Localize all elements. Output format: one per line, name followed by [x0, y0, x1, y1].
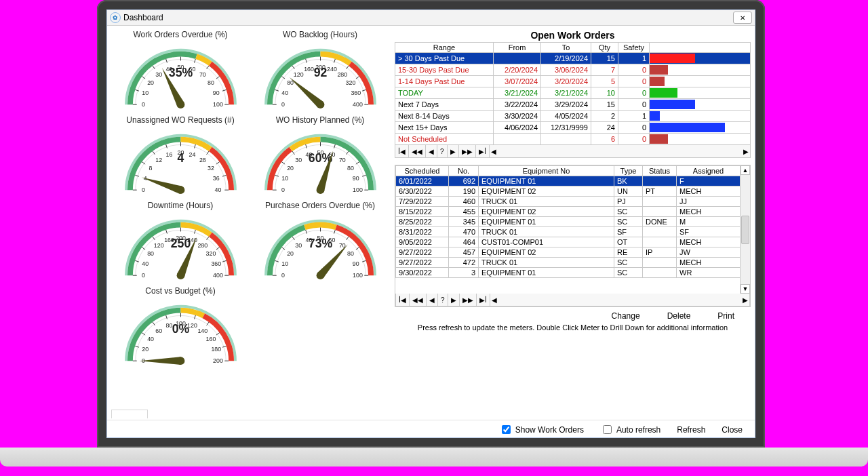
svg-text:0: 0: [281, 101, 285, 108]
nav-prev-page-icon[interactable]: ◀◀: [410, 294, 427, 306]
svg-text:35%: 35%: [168, 66, 193, 79]
gauge-title: WO History Planned (%): [276, 115, 365, 125]
column-header[interactable]: Safety: [618, 43, 650, 53]
table-row[interactable]: 8/25/2022345EQUIPMENT 01SCDONEM: [396, 217, 741, 227]
svg-line-9: [222, 90, 226, 91]
svg-text:0: 0: [281, 272, 285, 279]
column-header[interactable]: Assigned: [677, 166, 741, 176]
gauges-panel: Work Orders Overdue (%) 0102030405060708…: [111, 30, 389, 416]
gauge-title: Cost vs Budget (%): [145, 286, 215, 296]
svg-text:240: 240: [327, 66, 337, 73]
window-close-button[interactable]: ✕: [733, 12, 752, 24]
work-orders-table[interactable]: ScheduledNo.Equipment NoTypeStatusAssign…: [395, 165, 741, 278]
gauge-wo-history-planned-[interactable]: WO History Planned (%) 01020304050607080…: [251, 115, 389, 199]
table-row[interactable]: TODAY3/21/20243/21/2024100: [395, 87, 751, 99]
gauge-downtime-hours-[interactable]: Downtime (Hours) 04080120160200240280320…: [111, 201, 250, 285]
svg-line-56: [194, 144, 195, 148]
column-header[interactable]: Scheduled: [396, 166, 449, 176]
column-header[interactable]: From: [494, 43, 541, 53]
gauge-unassigned-wo-requests-[interactable]: Unassigned WO Requests (#) 0481216202428…: [111, 115, 250, 199]
tab-stub[interactable]: [111, 410, 148, 418]
svg-text:80: 80: [347, 250, 354, 257]
show-work-orders-checkbox[interactable]: Show Work Orders: [499, 423, 584, 436]
nav-help-icon[interactable]: ?: [438, 294, 448, 306]
table-row[interactable]: 6/01/2022692EQUIPMENT 01BKF: [396, 176, 741, 186]
column-header[interactable]: Range: [395, 43, 494, 53]
nav-next-icon[interactable]: ▶: [448, 294, 460, 306]
scroll-thumb[interactable]: [741, 216, 749, 244]
svg-line-76: [275, 175, 279, 176]
row-actions: Change Delete Print: [395, 307, 751, 321]
svg-text:280: 280: [337, 71, 347, 78]
nav-prev-icon[interactable]: ◀: [426, 145, 437, 157]
open-orders-table[interactable]: RangeFromToQtySafety > 30 Days Past Due2…: [395, 42, 751, 145]
svg-text:80: 80: [208, 79, 214, 86]
table-row[interactable]: 9/30/20223EQUIPMENT 01SCWR: [396, 268, 741, 278]
nav-prev-page-icon[interactable]: ◀◀: [409, 145, 426, 157]
nav-help-icon[interactable]: ?: [437, 145, 448, 157]
svg-marker-173: [139, 357, 180, 365]
svg-text:0%: 0%: [172, 322, 189, 336]
svg-text:40: 40: [281, 90, 288, 96]
svg-text:140: 140: [197, 328, 208, 334]
table-row[interactable]: Not Scheduled60: [395, 134, 751, 145]
delete-button[interactable]: Delete: [667, 311, 691, 321]
column-header[interactable]: Status: [643, 166, 677, 176]
table-row[interactable]: 15-30 Days Past Due2/20/20243/06/202470: [395, 64, 751, 76]
svg-line-79: [305, 144, 307, 148]
column-header[interactable]: No.: [449, 166, 479, 176]
svg-text:90: 90: [352, 260, 359, 267]
column-header[interactable]: [650, 43, 751, 53]
nav-prev-icon[interactable]: ◀: [427, 294, 438, 306]
work-orders-navbar[interactable]: ꟾ◀ ◀◀ ◀ ? ▶ ▶▶ ▶ꟾ ◀▶: [395, 294, 750, 306]
svg-text:200: 200: [213, 357, 223, 364]
svg-text:160: 160: [304, 66, 314, 73]
table-row[interactable]: Next 15+ Days4/06/202412/31/9999240: [395, 122, 751, 134]
svg-text:0: 0: [142, 186, 145, 193]
table-row[interactable]: 8/15/2022455EQUIPMENT 02SCMECH: [396, 207, 741, 217]
nav-next-page-icon[interactable]: ▶▶: [460, 294, 477, 306]
table-row[interactable]: 9/27/2022457EQUIPMENT 02REIPJW: [396, 247, 741, 258]
svg-line-129: [305, 230, 307, 234]
table-row[interactable]: 1-14 Days Past Due3/07/20243/20/202450: [395, 76, 751, 87]
svg-text:100: 100: [353, 272, 363, 279]
auto-refresh-checkbox[interactable]: Auto refresh: [600, 423, 660, 436]
table-row[interactable]: Next 8-14 Days3/30/20244/05/202421: [395, 111, 751, 122]
gauge-wo-backlog-hours-[interactable]: WO Backlog (Hours) 040801201602002402803…: [251, 30, 389, 114]
column-header[interactable]: To: [541, 43, 591, 53]
nav-next-icon[interactable]: ▶: [448, 145, 459, 157]
nav-last-icon[interactable]: ▶ꟾ: [476, 145, 490, 157]
gauge-cost-vs-budget-[interactable]: Cost vs Budget (%) 020406080100120140160…: [111, 286, 250, 370]
print-button[interactable]: Print: [717, 311, 734, 321]
nav-first-icon[interactable]: ꟾ◀: [396, 294, 410, 306]
column-header[interactable]: Qty: [591, 43, 618, 53]
svg-text:92: 92: [313, 66, 327, 79]
nav-last-icon[interactable]: ▶ꟾ: [477, 294, 490, 306]
scroll-up-icon[interactable]: ▲: [741, 165, 750, 175]
refresh-button[interactable]: Refresh: [677, 425, 705, 435]
laptop-base: [0, 448, 868, 467]
table-row[interactable]: Next 7 Days3/22/20243/29/2024150: [395, 99, 751, 111]
nav-first-icon[interactable]: ꟾ◀: [395, 145, 409, 157]
column-header[interactable]: Equipment No: [479, 166, 614, 176]
table-row[interactable]: 9/27/2022472TRUCK 01SCMECH: [396, 258, 741, 268]
column-header[interactable]: Type: [614, 166, 643, 176]
svg-line-151: [135, 346, 139, 347]
scroll-down-icon[interactable]: ▼: [741, 284, 750, 294]
svg-text:73%: 73%: [308, 237, 332, 250]
gauge-title: Work Orders Overdue (%): [133, 30, 227, 39]
table-row[interactable]: > 30 Days Past Due2/19/2024151: [395, 53, 751, 64]
table-row[interactable]: 8/31/2022470TRUCK 01SFSF: [396, 227, 741, 237]
table-row[interactable]: 6/30/2022190EQUIPMENT 02UNPTMECH: [396, 186, 741, 197]
change-button[interactable]: Change: [612, 311, 640, 321]
close-button[interactable]: Close: [722, 425, 743, 435]
vscrollbar[interactable]: ▲ ▼: [740, 165, 750, 294]
open-orders-navbar[interactable]: ꟾ◀ ◀◀ ◀ ? ▶ ▶▶ ▶ꟾ ◀▶: [395, 145, 751, 158]
table-row[interactable]: 9/05/2022464CUST01-COMP01OTMECH: [396, 237, 741, 247]
svg-line-6: [194, 59, 195, 63]
table-row[interactable]: 7/29/2022460TRUCK 01PJJJ: [396, 197, 741, 207]
gauge-work-orders-overdue-[interactable]: Work Orders Overdue (%) 0102030405060708…: [111, 30, 250, 114]
svg-line-31: [334, 59, 335, 63]
gauge-purchase-orders-overdue-[interactable]: Purchase Orders Overdue (%) 010203040506…: [251, 201, 389, 285]
nav-next-page-icon[interactable]: ▶▶: [459, 145, 476, 157]
